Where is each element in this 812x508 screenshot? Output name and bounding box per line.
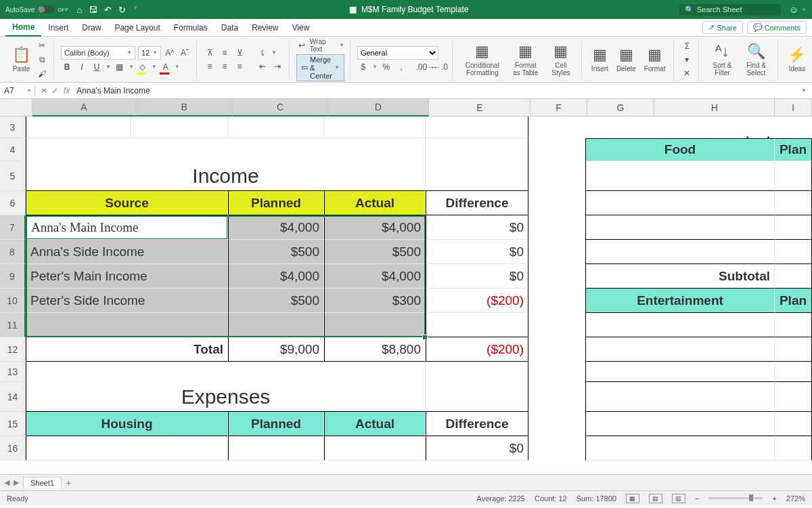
cell-source[interactable]: Anna's Side Income: [26, 240, 228, 264]
bold-button[interactable]: B: [61, 61, 73, 73]
ideas-button[interactable]: ⚡Ideas: [785, 46, 809, 72]
cell-planned[interactable]: $500: [228, 240, 324, 264]
save-icon[interactable]: 🖫: [89, 5, 97, 15]
tab-view[interactable]: View: [286, 20, 317, 36]
zoom-level[interactable]: 272%: [786, 494, 805, 503]
align-left-icon[interactable]: ≡: [204, 60, 216, 72]
cell[interactable]: [26, 313, 228, 337]
income-title-2[interactable]: Income: [26, 161, 426, 191]
format-as-table-button[interactable]: ▦Format as Table: [508, 43, 543, 77]
align-middle-icon[interactable]: ≡: [219, 47, 231, 59]
tab-formulas[interactable]: Formulas: [167, 20, 215, 36]
total-planned[interactable]: $9,000: [228, 337, 324, 362]
cell-actual[interactable]: $500: [324, 240, 426, 264]
formula-input[interactable]: Anna's Main Income: [74, 86, 796, 96]
align-center-icon[interactable]: ≡: [219, 60, 231, 72]
row-header-4[interactable]: 4: [0, 138, 26, 161]
cell-planned[interactable]: $500: [228, 289, 324, 313]
align-top-icon[interactable]: ⊼: [204, 47, 216, 59]
actual-header-2[interactable]: Actual: [324, 412, 426, 436]
align-bottom-icon[interactable]: ⊻: [233, 47, 246, 59]
cell-diff[interactable]: $0: [426, 436, 528, 461]
plan-header-2[interactable]: Plan: [775, 289, 812, 313]
page-break-view-icon[interactable]: ▥: [672, 494, 685, 503]
cancel-formula-icon[interactable]: ✕: [41, 86, 47, 96]
row-header-14[interactable]: 14: [0, 382, 26, 412]
cell-diff[interactable]: ($200): [426, 289, 528, 313]
difference-header[interactable]: Difference: [426, 191, 528, 215]
share-button[interactable]: ↗Share: [702, 21, 742, 34]
cell[interactable]: [585, 191, 775, 215]
col-header-b[interactable]: B: [136, 99, 233, 117]
autosave-toggle[interactable]: AutoSave OFF: [5, 5, 68, 14]
subtotal-label[interactable]: Subtotal: [585, 264, 775, 289]
cell[interactable]: ◡: [653, 117, 775, 138]
col-header-i[interactable]: I: [775, 99, 812, 117]
cell-planned[interactable]: $4,000: [228, 264, 324, 289]
feedback-caret-icon[interactable]: ▼: [801, 7, 807, 13]
cell-diff[interactable]: $0: [426, 264, 528, 289]
expenses-title[interactable]: Expenses: [26, 382, 426, 412]
income-title[interactable]: [26, 138, 426, 161]
cell[interactable]: [26, 436, 228, 461]
redo-icon[interactable]: ↻: [118, 5, 126, 15]
wrap-text-button[interactable]: Wrap Text: [310, 38, 336, 53]
percent-icon[interactable]: %: [380, 61, 392, 73]
row-header-5[interactable]: 5: [0, 161, 26, 191]
row-header-7[interactable]: 7: [0, 215, 26, 240]
row-header-12[interactable]: 12: [0, 337, 26, 362]
sheet-prev-icon[interactable]: ◀: [4, 478, 9, 487]
italic-button[interactable]: I: [76, 61, 88, 73]
selection-handle[interactable]: [422, 335, 428, 340]
col-header-e[interactable]: E: [429, 99, 531, 117]
cell-diff[interactable]: $0: [426, 240, 528, 264]
cell[interactable]: [324, 117, 426, 138]
cut-icon[interactable]: ✂: [36, 39, 48, 51]
food-header[interactable]: Food: [585, 138, 775, 161]
clear-icon[interactable]: ✕: [681, 67, 693, 79]
cell[interactable]: [426, 117, 528, 138]
format-cells-button[interactable]: ▦Format: [641, 46, 669, 72]
search-sheet-input[interactable]: 🔍 Search Sheet: [679, 4, 781, 16]
cell-styles-button[interactable]: ▦Cell Styles: [546, 43, 576, 77]
col-header-h[interactable]: H: [654, 99, 775, 117]
merge-center-button[interactable]: ▭Merge & Center▼: [296, 54, 344, 81]
plan-header[interactable]: Plan: [775, 138, 812, 161]
col-header-d[interactable]: D: [328, 99, 429, 117]
row-header-10[interactable]: 10: [0, 289, 26, 313]
cell-source[interactable]: Peter's Main Income: [26, 264, 228, 289]
expand-formula-icon[interactable]: ▼: [796, 87, 812, 93]
row-header-3[interactable]: 3: [0, 117, 26, 138]
cell[interactable]: [26, 117, 131, 138]
comments-button[interactable]: 💬Comments: [747, 21, 807, 34]
total-label[interactable]: Total: [26, 337, 228, 362]
conditional-formatting-button[interactable]: ▦Conditional Formatting: [459, 43, 505, 77]
increase-decimal-icon[interactable]: .00→: [420, 61, 432, 73]
font-name-select[interactable]: Calibri (Body)▼: [61, 46, 135, 60]
row-header-15[interactable]: 15: [0, 412, 26, 436]
font-color-icon[interactable]: A: [160, 61, 172, 73]
tab-review[interactable]: Review: [245, 20, 285, 36]
autosum-icon[interactable]: Σ: [681, 40, 693, 52]
zoom-out-button[interactable]: −: [695, 494, 699, 503]
cell-source[interactable]: Peter's Side Income: [26, 289, 228, 313]
planned-header[interactable]: Planned: [228, 191, 324, 215]
difference-header-2[interactable]: Difference: [426, 412, 528, 436]
decrease-decimal-icon[interactable]: ←.0: [434, 61, 447, 73]
find-select-button[interactable]: 🔍Find & Select: [740, 43, 772, 77]
enter-formula-icon[interactable]: ✓: [51, 86, 58, 96]
undo-icon[interactable]: ↶: [104, 5, 112, 15]
cell-actual[interactable]: $300: [324, 289, 426, 313]
zoom-slider[interactable]: [708, 497, 763, 499]
name-box[interactable]: A7▾: [0, 86, 35, 96]
fill-icon[interactable]: ▾: [681, 54, 693, 66]
increase-indent-icon[interactable]: ⇥: [271, 60, 284, 72]
decrease-font-icon[interactable]: Aˇ: [179, 47, 191, 59]
cell[interactable]: [324, 436, 426, 461]
underline-button[interactable]: U: [91, 61, 103, 73]
increase-font-icon[interactable]: A^: [164, 47, 176, 59]
decrease-indent-icon[interactable]: ⇤: [256, 60, 269, 72]
cell-diff[interactable]: $0: [426, 215, 528, 240]
housing-header[interactable]: Housing: [26, 412, 228, 436]
borders-icon[interactable]: ▦: [114, 61, 126, 73]
